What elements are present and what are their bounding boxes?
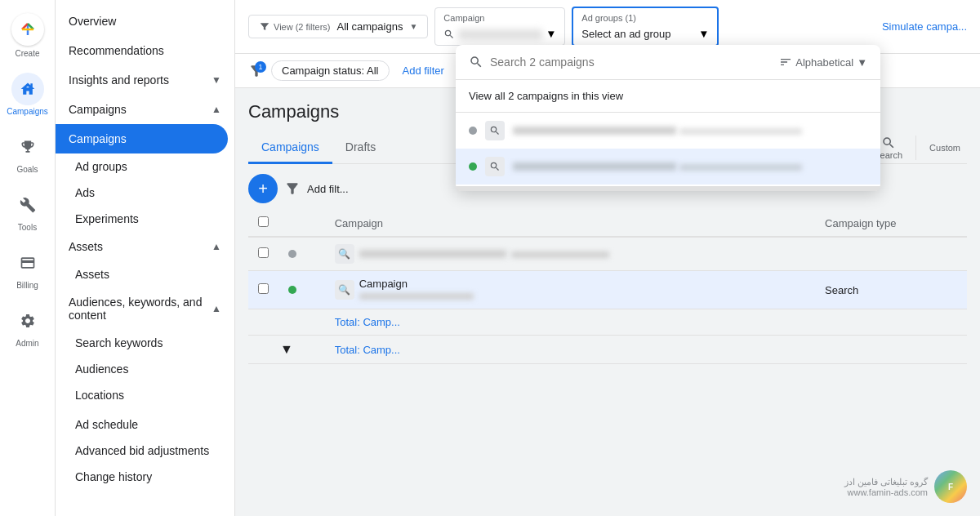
sidebar-section-assets[interactable]: Assets ▲	[56, 232, 234, 261]
ad-groups-arrow-icon: ▼	[698, 28, 709, 40]
row1-campaign-icon: 🔍	[335, 244, 354, 264]
sidebar-item-advanced-bid[interactable]: Advanced bid adjustments	[56, 438, 234, 464]
all-campaigns-label: All campaigns	[336, 20, 403, 33]
item2-status-dot	[469, 162, 477, 171]
add-filter-button[interactable]: Add filter	[396, 61, 451, 80]
create-button[interactable]: Create	[2, 7, 54, 64]
billing-nav-label: Billing	[16, 281, 38, 290]
table-filter-button[interactable]	[284, 180, 301, 197]
dropdown-sort-button[interactable]: Alphabetical ▼	[779, 56, 867, 69]
sidebar-item-assets[interactable]: Assets	[56, 261, 234, 287]
billing-icon-circle	[11, 247, 44, 279]
expand-icon: ▼	[280, 342, 293, 356]
row2-type: Search	[815, 271, 967, 309]
campaigns-nav-label: Campaigns	[7, 107, 48, 116]
sidebar-item-ad-schedule[interactable]: Ad schedule	[56, 411, 234, 438]
billing-nav-icon[interactable]: Billing	[2, 240, 54, 296]
simulate-campaign-button[interactable]: Simulate campa...	[882, 20, 967, 33]
row1-type	[815, 237, 967, 271]
icon-navigation: Create Campaigns Goals Tools	[0, 0, 56, 516]
table-expand-row[interactable]: ▼ Total: Camp...	[248, 336, 967, 364]
goals-nav-icon[interactable]: Goals	[2, 124, 54, 180]
dropdown-scrollbar-track	[456, 185, 880, 191]
insights-chevron-icon: ▼	[212, 74, 221, 86]
watermark: گروه تبلیغاتی فامین ادز www.famin-ads.co…	[844, 470, 967, 503]
sidebar-item-recommendations[interactable]: Recommendations	[56, 36, 228, 65]
campaign-search-icon	[443, 29, 455, 40]
total-label-2: Total: Camp...	[325, 336, 815, 364]
tab-campaigns-label: Campaigns	[261, 140, 319, 153]
select-all-checkbox[interactable]	[258, 216, 269, 227]
tab-drafts[interactable]: Drafts	[332, 132, 389, 164]
th-checkbox	[248, 210, 278, 237]
campaign-select-button[interactable]: Campaign ▼	[434, 7, 565, 46]
item2-icon	[485, 157, 505, 176]
campaign-label: Campaign	[443, 13, 484, 23]
goals-icon-circle	[11, 131, 44, 163]
item1-sub	[679, 128, 802, 135]
sidebar-item-experiments[interactable]: Experiments	[56, 206, 234, 232]
total-label-1: Total: Camp...	[325, 309, 815, 336]
th-campaign: Campaign	[325, 210, 815, 237]
sidebar-section-campaigns[interactable]: Campaigns ▲	[56, 95, 234, 124]
ad-groups-label: Ad groups (1)	[581, 13, 636, 23]
campaign-status-label: Campaign status: All	[282, 64, 379, 77]
sidebar-item-overview[interactable]: Overview	[56, 7, 228, 36]
sidebar-item-audiences[interactable]: Audiences	[56, 356, 234, 382]
add-campaign-button[interactable]: +	[248, 174, 278, 203]
view-filters-button[interactable]: View (2 filters) All campaigns ▼	[248, 15, 428, 38]
table-filter-icon	[284, 180, 301, 197]
sidebar-item-locations[interactable]: Locations	[56, 382, 234, 408]
sidebar-item-ad-groups[interactable]: Ad groups	[56, 153, 234, 180]
tab-drafts-label: Drafts	[345, 140, 376, 153]
dropdown-search-icon	[469, 55, 483, 69]
tab-campaigns[interactable]: Campaigns	[248, 132, 332, 164]
sidebar-item-ads[interactable]: Ads	[56, 180, 234, 206]
row2-campaign-icon: 🔍	[335, 280, 354, 300]
table-total-row-1: Total: Camp...	[248, 309, 967, 336]
item2-name	[513, 162, 676, 171]
th-status	[278, 210, 325, 237]
campaign-status-chip[interactable]: Campaign status: All	[271, 60, 390, 81]
sidebar-item-change-history[interactable]: Change history	[56, 464, 234, 490]
filter-notification-badge: 1	[255, 61, 266, 73]
dropdown-search-input[interactable]	[490, 56, 773, 69]
dropdown-item-2[interactable]	[456, 149, 880, 185]
admin-nav-icon[interactable]: Admin	[2, 298, 54, 354]
campaigns-nav-icon[interactable]: Campaigns	[2, 66, 54, 122]
view-all-label: View all 2 campaigns in this view	[469, 90, 623, 102]
sidebar-section-audiences[interactable]: Audiences, keywords, and content ▲	[56, 287, 234, 330]
sort-arrow-icon: ▼	[857, 56, 867, 69]
filter-icon-button[interactable]: 1	[248, 63, 265, 79]
campaigns-chevron-icon: ▲	[212, 104, 221, 115]
row1-name	[359, 250, 506, 258]
row1-sub	[511, 251, 609, 258]
item1-name	[513, 127, 676, 135]
view-all-campaigns-link[interactable]: View all 2 campaigns in this view	[456, 80, 880, 113]
item2-text	[513, 160, 867, 173]
dropdown-search-bar: Alphabetical ▼	[456, 45, 880, 80]
row2-checkbox[interactable]	[258, 283, 269, 294]
item2-sub	[679, 164, 802, 171]
ad-groups-select-button[interactable]: Ad groups (1) Select an ad group ▼	[572, 7, 719, 47]
sort-icon	[779, 56, 792, 69]
row1-checkbox[interactable]	[258, 247, 269, 258]
simulate-label: Simulate campa...	[882, 20, 967, 33]
campaign-dropdown: Alphabetical ▼ View all 2 campaigns in t…	[456, 45, 880, 191]
custom-tab-action[interactable]: Custom	[923, 140, 967, 156]
table-row[interactable]: 🔍	[248, 237, 967, 271]
th-campaign-type: Campaign type	[815, 210, 967, 237]
row2-status-dot	[288, 286, 296, 294]
table-row[interactable]: 🔍 Campaign Search	[248, 271, 967, 309]
sidebar-item-campaigns[interactable]: Campaigns	[56, 124, 228, 153]
sidebar-section-insights[interactable]: Insights and reports ▼	[56, 65, 234, 95]
view-filters-arrow-icon: ▼	[409, 22, 417, 31]
item1-icon	[485, 121, 505, 140]
campaign-value	[458, 29, 542, 39]
add-filter-table-label[interactable]: Add filt...	[307, 183, 349, 195]
dropdown-item-1[interactable]	[456, 113, 880, 149]
sort-label: Alphabetical	[795, 56, 853, 69]
tools-nav-icon[interactable]: Tools	[2, 182, 54, 238]
sidebar-item-search-keywords[interactable]: Search keywords	[56, 330, 234, 356]
create-icon-btn[interactable]	[11, 13, 44, 46]
